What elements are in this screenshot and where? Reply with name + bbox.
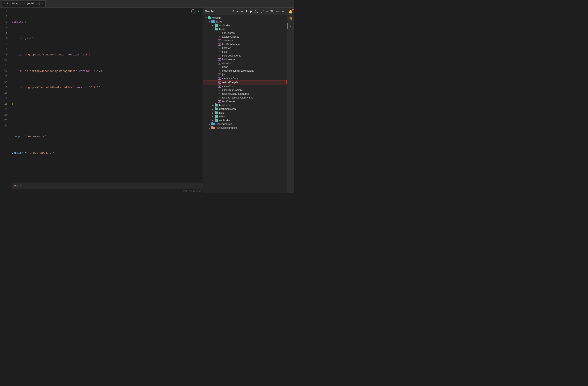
tree-item-clean[interactable]: clean bbox=[203, 65, 287, 69]
folder-icon-build bbox=[214, 28, 218, 31]
line-num: 13 bbox=[0, 74, 8, 79]
editor-area: 1 2 3 4 5 6 7 8 9 10 11 12 13 14 15 16 1… bbox=[0, 8, 203, 193]
tree-label-application: application bbox=[219, 24, 231, 27]
line-num: 11 bbox=[0, 63, 8, 68]
line-num: 6 bbox=[0, 36, 8, 41]
tree-item-assemble[interactable]: assemble bbox=[203, 39, 287, 42]
tree-item-build-setup[interactable]: ▶ build setup bbox=[203, 103, 287, 107]
tree-label-verification: verification bbox=[219, 119, 231, 122]
folder-icon-dependencies bbox=[211, 123, 215, 126]
tree-label-buildDependents: buildDependents bbox=[222, 54, 241, 57]
task-icon-build bbox=[218, 50, 221, 53]
code-line-1: plugins { bbox=[12, 19, 203, 25]
tree-item-resolveMainClassName[interactable]: resolveMainClassName bbox=[203, 92, 287, 96]
gradle-refresh-button[interactable]: ↺ bbox=[231, 9, 235, 13]
tree-item-tasks[interactable]: ▼ Tasks bbox=[203, 20, 287, 23]
chevron-right-icon: ▶ bbox=[211, 116, 214, 118]
line-num: 22 bbox=[0, 123, 8, 128]
tree-item-bootJar[interactable]: bootJar bbox=[203, 46, 287, 50]
tree-item-other[interactable]: ▶ other bbox=[203, 115, 287, 119]
line-num: 7 bbox=[0, 41, 8, 47]
folder-icon-run-configurations bbox=[211, 126, 215, 129]
gradle-add-button[interactable]: + bbox=[236, 9, 239, 13]
task-icon-jar bbox=[218, 73, 221, 76]
tree-item-verification[interactable]: ▶ verification bbox=[203, 119, 287, 122]
editor-check-icon: ✓ bbox=[198, 9, 200, 13]
chevron-down-icon: ▼ bbox=[208, 20, 211, 23]
tree-label-metadataCopy: metadataCopy bbox=[222, 77, 238, 80]
gradle-search-button[interactable]: 🔍 bbox=[269, 9, 275, 13]
tree-item-aotTestClasses[interactable]: aotTestClasses bbox=[203, 35, 287, 39]
tree-item-bootBuildImage[interactable]: bootBuildImage bbox=[203, 42, 287, 46]
folder-icon-build-setup bbox=[214, 104, 218, 107]
watermark: CSDN @fisher3652 bbox=[182, 190, 201, 192]
folder-icon-help bbox=[214, 111, 218, 114]
line-num: 16 bbox=[0, 90, 8, 96]
code-line-8: group = 'com.example' bbox=[12, 134, 203, 140]
tree-item-resolveTestMainClassName[interactable]: resolveTestMainClassName bbox=[203, 96, 287, 100]
tree-item-testClasses[interactable]: testClasses bbox=[203, 100, 287, 103]
line-numbers: 1 2 3 4 5 6 7 8 9 10 11 12 13 14 15 16 1… bbox=[0, 8, 10, 193]
tree-item-aotClasses[interactable]: aotClasses bbox=[203, 31, 287, 35]
tree-item-nativeTestCompile[interactable]: nativeTestCompile bbox=[203, 88, 287, 92]
notification-bell-icon[interactable]: 🔔 bbox=[287, 8, 294, 15]
gradle-collapse-button[interactable]: ⛶ bbox=[260, 9, 264, 13]
task-icon-buildDependents bbox=[218, 54, 221, 57]
tab-more-icon[interactable]: ⋮ bbox=[288, 1, 293, 7]
editor-tab[interactable]: G build.gradle (webflux) × bbox=[2, 0, 46, 7]
code-area: 1 2 3 4 5 6 7 8 9 10 11 12 13 14 15 16 1… bbox=[0, 8, 203, 193]
tree-item-collectReachabilityMetadata[interactable]: collectReachabilityMetadata bbox=[203, 69, 287, 73]
tree-item-build-task[interactable]: build bbox=[203, 50, 287, 54]
chevron-right-icon: ▶ bbox=[211, 24, 214, 27]
tree-item-help[interactable]: ▶ help bbox=[203, 111, 287, 115]
tree-item-run-configurations[interactable]: ▶ Run Configurations bbox=[203, 126, 287, 130]
tree-item-nativeCompile[interactable]: nativeCompile bbox=[203, 80, 287, 84]
tree-item-documentation[interactable]: ▶ documentation bbox=[203, 107, 287, 111]
tree-item-buildDependents[interactable]: buildDependents bbox=[203, 54, 287, 58]
tree-label-clean: clean bbox=[222, 65, 228, 68]
tab-bar: G build.gradle (webflux) × ⋮ bbox=[0, 0, 294, 8]
gradle-remove-button[interactable]: − bbox=[240, 9, 244, 13]
task-icon-nativeRun bbox=[218, 85, 221, 88]
tab-menu-button[interactable]: ⋮ bbox=[288, 1, 293, 7]
gradle-download-button[interactable]: ⬇ bbox=[244, 9, 249, 13]
gradle-run-button[interactable]: ▶ bbox=[250, 9, 253, 13]
line-num: 20 bbox=[0, 112, 8, 118]
tree-item-classes[interactable]: classes bbox=[203, 61, 287, 65]
gradle-elephant-icon[interactable]: G bbox=[287, 23, 294, 29]
code-line-4: id 'io.spring.dependency-management' ver… bbox=[12, 68, 203, 74]
tree-label-other: other bbox=[219, 115, 225, 118]
tree-item-jar[interactable]: jar bbox=[203, 73, 287, 77]
tab-close-button[interactable]: × bbox=[42, 3, 43, 5]
tree-item-webflux[interactable]: ▼ webflux bbox=[203, 16, 287, 20]
tree-label-nativeTestCompile: nativeTestCompile bbox=[222, 89, 243, 92]
tree-item-nativeRun[interactable]: nativeRun bbox=[203, 84, 287, 88]
gradle-debug-button[interactable]: ⎆ bbox=[265, 9, 269, 13]
task-icon-aotClasses bbox=[218, 32, 221, 34]
tree-label-build-setup: build setup bbox=[219, 104, 231, 107]
tree-label-jar: jar bbox=[222, 73, 225, 76]
chevron-down-icon: ▼ bbox=[205, 17, 208, 19]
tree-item-metadataCopy[interactable]: metadataCopy bbox=[203, 77, 287, 80]
task-icon-classes bbox=[218, 62, 221, 65]
tree-label-tasks: Tasks bbox=[216, 20, 222, 23]
line-num: 12 bbox=[0, 68, 8, 74]
line-num: 4 bbox=[0, 25, 8, 30]
folder-icon-verification bbox=[214, 119, 218, 122]
gradle-expand-button[interactable]: ⛶ bbox=[254, 9, 259, 13]
tree-item-buildNeeded[interactable]: buildNeeded bbox=[203, 58, 287, 61]
code-line-6: } bbox=[12, 101, 203, 107]
database-icon[interactable]: 🗄 bbox=[287, 16, 294, 22]
code-line-7 bbox=[12, 118, 203, 123]
tree-item-build-folder[interactable]: ▼ build bbox=[203, 27, 287, 31]
tree-item-dependencies[interactable]: ▶ Dependencies bbox=[203, 122, 287, 126]
task-icon-resolveTestMainClassName bbox=[218, 96, 221, 99]
tree-label-run-configurations: Run Configurations bbox=[216, 126, 237, 129]
code-content[interactable]: plugins { id 'java' id 'org.springframew… bbox=[10, 8, 203, 193]
code-line-11: java { bbox=[12, 183, 203, 189]
gradle-more-button[interactable]: ••• bbox=[275, 9, 280, 13]
tree-label-nativeRun: nativeRun bbox=[222, 85, 233, 88]
tree-label-build-folder: build bbox=[219, 28, 224, 31]
tree-item-application[interactable]: ▶ application bbox=[203, 23, 287, 27]
gradle-settings-button[interactable]: ≡ bbox=[281, 9, 285, 13]
